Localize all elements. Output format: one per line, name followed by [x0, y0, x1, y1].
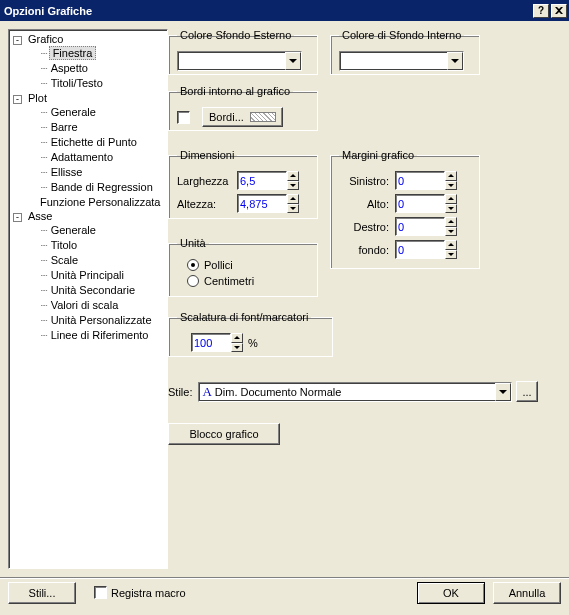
label-altezza: Altezza:	[177, 198, 237, 210]
dropdown-icon[interactable]	[495, 383, 511, 401]
collapse-icon[interactable]: -	[13, 95, 22, 104]
radio-centimetri[interactable]	[187, 275, 199, 287]
tree-node-asse[interactable]: Asse	[26, 210, 54, 222]
window-title: Opzioni Grafiche	[4, 5, 531, 17]
legend-margini: Margini grafico	[339, 149, 417, 161]
legend-scalatura: Scalatura di font/marcatori	[177, 311, 311, 323]
fondo-spinner[interactable]	[445, 240, 457, 259]
tree-node-generale[interactable]: Generale	[49, 106, 98, 118]
help-button[interactable]: ?	[533, 4, 549, 18]
scalatura-spinner[interactable]	[231, 333, 243, 352]
label-stile: Stile:	[168, 386, 192, 398]
tree-node-finestra[interactable]: Finestra	[49, 46, 97, 60]
style-glyph-icon: A	[202, 384, 211, 400]
tree-node-adattamento[interactable]: Adattamento	[49, 151, 115, 163]
bordi-button[interactable]: Bordi...	[202, 107, 283, 127]
colore-esterno-combo[interactable]	[177, 51, 302, 71]
fondo-input[interactable]	[396, 244, 444, 256]
group-unita: Unità Pollici Centimetri	[168, 237, 318, 297]
tree-node-asse-valori[interactable]: Valori di scala	[49, 299, 121, 311]
label-registra: Registra macro	[111, 587, 186, 599]
collapse-icon[interactable]: -	[13, 36, 22, 45]
altezza-spinner[interactable]	[287, 194, 299, 213]
tree-node-asse-generale[interactable]: Generale	[49, 224, 98, 236]
tree-node-asse-unitaper[interactable]: Unità Personalizzate	[49, 314, 154, 326]
group-bordi: Bordi intorno al grafico Bordi...	[168, 85, 318, 131]
tree-node-asse-unitas[interactable]: Unità Secondarie	[49, 284, 137, 296]
tree-node-plot[interactable]: Plot	[26, 92, 49, 104]
titlebar: Opzioni Grafiche ?	[0, 0, 569, 21]
scalatura-input[interactable]	[192, 337, 230, 349]
bordi-swatch	[250, 112, 276, 122]
alto-spinner[interactable]	[445, 194, 457, 213]
stile-browse-button[interactable]: ...	[516, 381, 538, 402]
radio-pollici[interactable]	[187, 259, 199, 271]
label-larghezza: Larghezza	[177, 175, 237, 187]
tree-node-bande[interactable]: Bande di Regression	[49, 181, 155, 193]
alto-input[interactable]	[396, 198, 444, 210]
group-margini: Margini grafico Sinistro: Alto: Destro: …	[330, 149, 480, 269]
tree-node-asse-titolo[interactable]: Titolo	[49, 239, 80, 251]
group-scalatura: Scalatura di font/marcatori %	[168, 311, 333, 357]
legend-colore-esterno: Colore Sfondo Esterno	[177, 29, 294, 41]
larghezza-input[interactable]	[238, 175, 286, 187]
colore-interno-combo[interactable]	[339, 51, 464, 71]
tree-node-asse-scale[interactable]: Scale	[49, 254, 81, 266]
nav-tree[interactable]: -Grafico ┈Finestra ┈Aspetto ┈Titoli/Test…	[8, 29, 168, 569]
group-colore-esterno: Colore Sfondo Esterno	[168, 29, 318, 75]
tree-node-barre[interactable]: Barre	[49, 121, 80, 133]
sinistro-spinner[interactable]	[445, 171, 457, 190]
group-dimensioni: Dimensioni Larghezza Altezza:	[168, 149, 318, 219]
settings-panel: Colore Sfondo Esterno Colore di Sfondo I…	[168, 29, 561, 569]
registra-checkbox[interactable]	[94, 586, 107, 599]
sinistro-input[interactable]	[396, 175, 444, 187]
larghezza-spinner[interactable]	[287, 171, 299, 190]
tree-node-funzione[interactable]: Funzione Personalizzata	[38, 196, 162, 208]
collapse-icon[interactable]: -	[13, 213, 22, 222]
blocco-grafico-button[interactable]: Blocco grafico	[168, 423, 280, 445]
dropdown-icon[interactable]	[447, 52, 463, 70]
legend-dimensioni: Dimensioni	[177, 149, 237, 161]
dialog-footer: Stili... Registra macro OK Annulla	[0, 577, 569, 607]
dropdown-icon[interactable]	[285, 52, 301, 70]
stili-button[interactable]: Stili...	[8, 582, 76, 604]
label-fondo: fondo:	[339, 244, 389, 256]
legend-unita: Unità	[177, 237, 209, 249]
group-colore-interno: Colore di Sfondo Interno	[330, 29, 480, 75]
label-sinistro: Sinistro:	[339, 175, 389, 187]
close-button[interactable]	[551, 4, 567, 18]
legend-colore-interno: Colore di Sfondo Interno	[339, 29, 464, 41]
label-centimetri: Centimetri	[204, 275, 254, 287]
tree-panel: -Grafico ┈Finestra ┈Aspetto ┈Titoli/Test…	[8, 29, 168, 569]
tree-node-asse-unitap[interactable]: Unità Principali	[49, 269, 126, 281]
tree-node-grafico[interactable]: Grafico	[26, 33, 65, 45]
ok-button[interactable]: OK	[417, 582, 485, 604]
tree-node-titoli[interactable]: Titoli/Testo	[49, 77, 105, 89]
annulla-button[interactable]: Annulla	[493, 582, 561, 604]
altezza-input[interactable]	[238, 198, 286, 210]
tree-node-asse-linee[interactable]: Linee di Riferimento	[49, 329, 151, 341]
percent-label: %	[248, 337, 258, 349]
label-pollici: Pollici	[204, 259, 233, 271]
label-destro: Destro:	[339, 221, 389, 233]
destro-spinner[interactable]	[445, 217, 457, 236]
dialog-body: -Grafico ┈Finestra ┈Aspetto ┈Titoli/Test…	[0, 21, 569, 577]
legend-bordi: Bordi intorno al grafico	[177, 85, 293, 97]
tree-node-aspetto[interactable]: Aspetto	[49, 62, 90, 74]
destro-input[interactable]	[396, 221, 444, 233]
stile-combo[interactable]: ADim. Documento Normale	[198, 382, 512, 402]
label-alto: Alto:	[339, 198, 389, 210]
tree-node-etichette[interactable]: Etichette di Punto	[49, 136, 139, 148]
bordi-checkbox[interactable]	[177, 111, 190, 124]
tree-node-ellisse[interactable]: Ellisse	[49, 166, 85, 178]
